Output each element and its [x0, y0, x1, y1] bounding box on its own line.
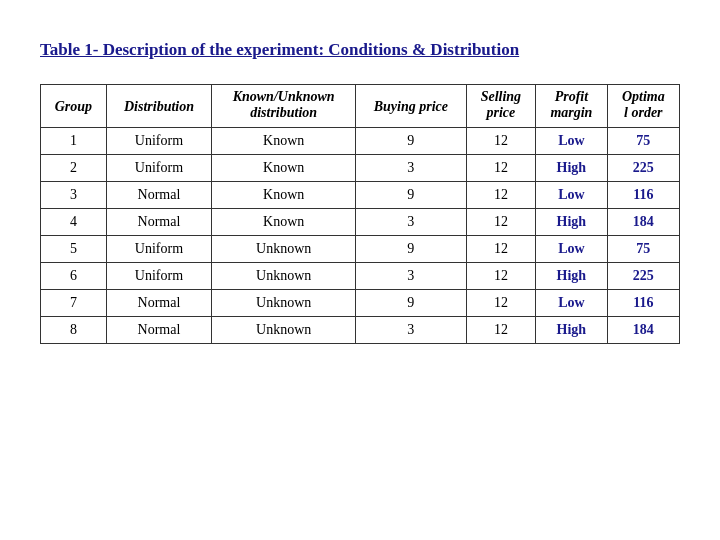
header-selling: Selling: [466, 85, 536, 106]
cell-optimal: 75: [607, 236, 679, 263]
cell-known: Known: [212, 155, 356, 182]
cell-distribution: Uniform: [106, 236, 211, 263]
cell-known: Unknown: [212, 263, 356, 290]
cell-optimal: 184: [607, 209, 679, 236]
cell-profit: Low: [536, 182, 607, 209]
cell-buying: 9: [356, 290, 466, 317]
table-row: 8NormalUnknown312High184: [41, 317, 680, 344]
cell-selling: 12: [466, 263, 536, 290]
cell-group: 5: [41, 236, 107, 263]
cell-known: Unknown: [212, 236, 356, 263]
cell-selling: 12: [466, 317, 536, 344]
page-title: Table 1- Description of the experiment: …: [40, 40, 519, 60]
cell-distribution: Normal: [106, 182, 211, 209]
cell-profit: High: [536, 209, 607, 236]
header-distribution: Distribution: [106, 85, 211, 128]
cell-distribution: Normal: [106, 209, 211, 236]
cell-selling: 12: [466, 290, 536, 317]
cell-group: 2: [41, 155, 107, 182]
cell-optimal: 184: [607, 317, 679, 344]
cell-buying: 3: [356, 317, 466, 344]
cell-known: Known: [212, 209, 356, 236]
cell-known: Known: [212, 128, 356, 155]
cell-group: 7: [41, 290, 107, 317]
header-optimal: Optima: [607, 85, 679, 106]
cell-buying: 3: [356, 263, 466, 290]
experiment-table: Group Distribution Known/Unknown Buying …: [40, 84, 680, 344]
cell-group: 4: [41, 209, 107, 236]
table-row: 6UniformUnknown312High225: [41, 263, 680, 290]
cell-optimal: 225: [607, 263, 679, 290]
header-profit-sub: margin: [536, 105, 607, 128]
cell-selling: 12: [466, 209, 536, 236]
table-row: 5UniformUnknown912Low75: [41, 236, 680, 263]
cell-buying: 9: [356, 182, 466, 209]
cell-group: 1: [41, 128, 107, 155]
cell-optimal: 75: [607, 128, 679, 155]
cell-selling: 12: [466, 182, 536, 209]
header-selling-sub: price: [466, 105, 536, 128]
cell-distribution: Uniform: [106, 263, 211, 290]
table-row: 1UniformKnown912Low75: [41, 128, 680, 155]
cell-optimal: 225: [607, 155, 679, 182]
cell-selling: 12: [466, 236, 536, 263]
header-group: Group: [41, 85, 107, 128]
cell-distribution: Normal: [106, 317, 211, 344]
header-buying-price: Buying price: [356, 85, 466, 128]
header-optimal-sub: l order: [607, 105, 679, 128]
cell-profit: Low: [536, 290, 607, 317]
cell-known: Unknown: [212, 317, 356, 344]
cell-profit: Low: [536, 128, 607, 155]
cell-profit: High: [536, 155, 607, 182]
cell-profit: High: [536, 317, 607, 344]
cell-selling: 12: [466, 128, 536, 155]
cell-selling: 12: [466, 155, 536, 182]
cell-profit: High: [536, 263, 607, 290]
table-row: 4NormalKnown312High184: [41, 209, 680, 236]
cell-profit: Low: [536, 236, 607, 263]
cell-buying: 9: [356, 236, 466, 263]
cell-known: Known: [212, 182, 356, 209]
cell-buying: 9: [356, 128, 466, 155]
cell-buying: 3: [356, 209, 466, 236]
cell-group: 3: [41, 182, 107, 209]
cell-optimal: 116: [607, 182, 679, 209]
header-known-unknown: Known/Unknown: [212, 85, 356, 106]
header-profit: Profit: [536, 85, 607, 106]
table-row: 2UniformKnown312High225: [41, 155, 680, 182]
cell-distribution: Normal: [106, 290, 211, 317]
cell-known: Unknown: [212, 290, 356, 317]
cell-distribution: Uniform: [106, 155, 211, 182]
cell-buying: 3: [356, 155, 466, 182]
cell-group: 6: [41, 263, 107, 290]
cell-group: 8: [41, 317, 107, 344]
header-known-unknown-sub: distribution: [212, 105, 356, 128]
cell-distribution: Uniform: [106, 128, 211, 155]
table-row: 3NormalKnown912Low116: [41, 182, 680, 209]
cell-optimal: 116: [607, 290, 679, 317]
table-row: 7NormalUnknown912Low116: [41, 290, 680, 317]
